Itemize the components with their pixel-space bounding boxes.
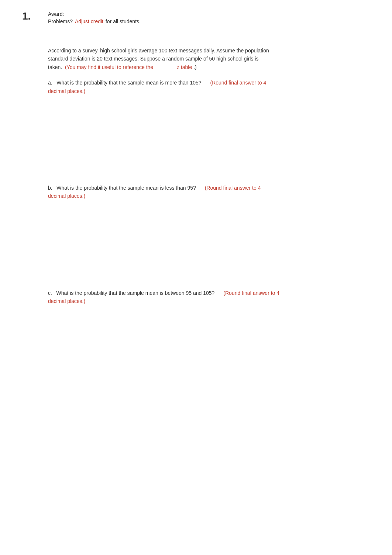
sub-a-question: What is the probability that the sample … [56, 80, 201, 86]
intro-text-taken: taken. [48, 64, 62, 70]
intro-hint-text: (You may find it useful to reference the [63, 64, 153, 70]
sub-question-a: a. What is the probability that the samp… [48, 79, 370, 169]
intro-paragraph: According to a survey, high school girls… [48, 46, 370, 71]
award-row: Award: [48, 11, 141, 17]
sub-question-c: c. What is the probability that the samp… [48, 289, 370, 379]
problems-label: Problems? [48, 18, 73, 24]
intro-period: .) [193, 64, 197, 70]
sub-c-round-note2-row: decimal places.) [48, 297, 370, 305]
question-body: According to a survey, high school girls… [48, 46, 370, 379]
adjust-credit-link[interactable]: Adjust credit [75, 18, 103, 24]
sub-a-round-note2: decimal places.) [48, 88, 85, 94]
sub-question-b-text: b. What is the probability that the samp… [48, 184, 370, 192]
sub-c-answer-area [48, 306, 370, 379]
question-number: 1. [22, 11, 41, 21]
sub-b-label: b. [48, 185, 52, 191]
sub-a-round-note2-row: decimal places.) [48, 87, 370, 95]
sub-question-c-text: c. What is the probability that the samp… [48, 289, 370, 297]
z-table-link[interactable]: z table [177, 64, 192, 70]
sub-c-label: c. [48, 290, 52, 296]
for-all-students-label: for all students. [106, 18, 141, 24]
intro-text-line1: According to a survey, high school girls… [48, 48, 269, 54]
sub-a-label: a. [48, 80, 52, 86]
page-container: 1. Award: Problems? Adjust credit for al… [0, 0, 392, 416]
sub-b-round-note2: decimal places.) [48, 193, 85, 199]
sub-b-round-note2-row: decimal places.) [48, 192, 370, 200]
sub-c-round-note2: decimal places.) [48, 298, 85, 304]
sub-question-a-text: a. What is the probability that the samp… [48, 79, 370, 87]
sub-a-round-note: (Round final answer to 4 [210, 80, 266, 86]
sub-c-round-note: (Round final answer to 4 [223, 290, 279, 296]
header-row: 1. Award: Problems? Adjust credit for al… [22, 11, 370, 24]
sub-b-answer-area [48, 200, 370, 274]
intro-text-line2: standard deviation is 20 text messages. … [48, 56, 258, 62]
problems-row: Problems? Adjust credit for all students… [48, 18, 141, 24]
sub-b-round-note: (Round final answer to 4 [205, 185, 261, 191]
sub-c-question: What is the probability that the sample … [56, 290, 215, 296]
award-label: Award: [48, 11, 64, 17]
sub-a-answer-area [48, 95, 370, 169]
header-content: Award: Problems? Adjust credit for all s… [48, 11, 141, 24]
sub-b-question: What is the probability that the sample … [56, 185, 196, 191]
sub-question-b: b. What is the probability that the samp… [48, 184, 370, 274]
